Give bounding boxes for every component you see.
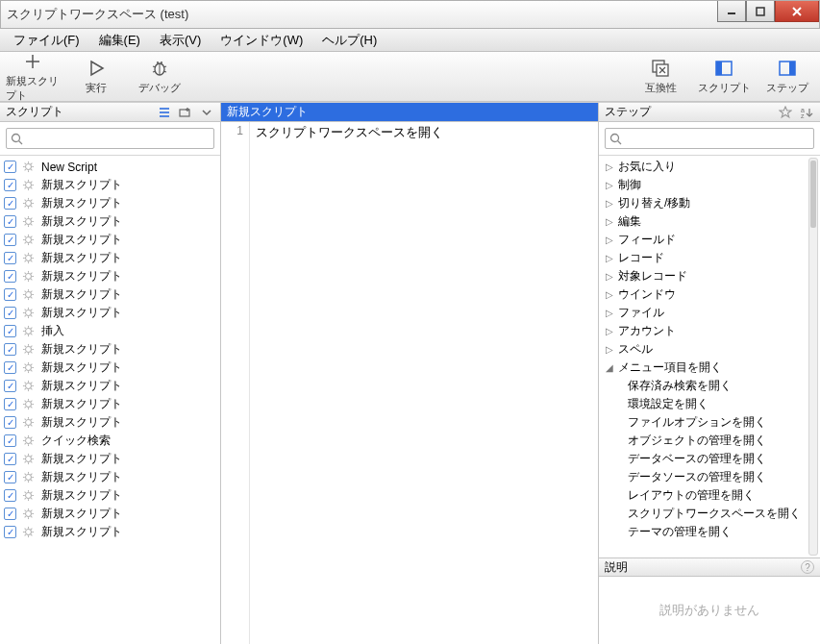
- step-category[interactable]: ▷制御: [599, 176, 820, 194]
- script-row[interactable]: ✓新規スクリプト: [0, 450, 220, 468]
- list-view-icon[interactable]: [157, 105, 172, 120]
- svg-line-45: [25, 181, 26, 182]
- maximize-button[interactable]: [746, 1, 775, 22]
- checkbox[interactable]: ✓: [4, 307, 16, 319]
- checkbox[interactable]: ✓: [4, 325, 16, 337]
- script-row[interactable]: ✓新規スクリプト: [0, 468, 220, 486]
- step-category[interactable]: ▷ウインドウ: [599, 285, 820, 304]
- step-item[interactable]: ファイルオプションを開く: [599, 413, 820, 432]
- script-row[interactable]: ✓新規スクリプト: [0, 340, 220, 359]
- new-script-button[interactable]: 新規スクリプト: [6, 51, 60, 103]
- checkbox[interactable]: ✓: [4, 179, 16, 191]
- menu-edit[interactable]: 編集(E): [89, 30, 150, 51]
- run-button[interactable]: 実行: [69, 51, 123, 103]
- checkbox[interactable]: ✓: [4, 489, 16, 502]
- script-row[interactable]: ✓新規スクリプト: [0, 176, 220, 194]
- chevron-down-icon[interactable]: [199, 105, 214, 120]
- step-category-label: 制御: [618, 177, 641, 193]
- checkbox[interactable]: ✓: [4, 434, 16, 447]
- gear-icon: [22, 508, 36, 521]
- script-search-input[interactable]: [27, 132, 210, 145]
- favorite-icon[interactable]: [778, 105, 793, 120]
- script-search[interactable]: [6, 128, 214, 149]
- svg-line-57: [25, 206, 26, 207]
- script-row[interactable]: ✓新規スクリプト: [0, 194, 220, 212]
- script-row[interactable]: ✓新規スクリプト: [0, 285, 220, 304]
- help-icon[interactable]: ?: [801, 560, 814, 574]
- new-folder-icon[interactable]: [178, 105, 193, 120]
- checkbox[interactable]: ✓: [4, 380, 16, 392]
- scrollbar-thumb[interactable]: [810, 161, 816, 228]
- step-item[interactable]: データソースの管理を開く: [599, 468, 820, 486]
- sort-icon[interactable]: az: [799, 105, 814, 120]
- close-button[interactable]: [775, 1, 819, 22]
- checkbox[interactable]: ✓: [4, 526, 16, 538]
- checkbox[interactable]: ✓: [4, 234, 16, 246]
- minimize-button[interactable]: [717, 1, 746, 22]
- checkbox[interactable]: ✓: [4, 161, 16, 173]
- script-row[interactable]: ✓新規スクリプト: [0, 395, 220, 413]
- compat-button[interactable]: 互換性: [634, 58, 687, 95]
- checkbox[interactable]: ✓: [4, 361, 16, 374]
- editor-body[interactable]: 1 スクリプトワークスペースを開く: [221, 122, 598, 644]
- svg-line-191: [31, 473, 32, 474]
- script-row[interactable]: ✓新規スクリプト: [0, 267, 220, 285]
- scrollbar[interactable]: [808, 158, 818, 556]
- script-row[interactable]: ✓新規スクリプト: [0, 523, 220, 541]
- step-category[interactable]: ▷ファイル: [599, 304, 820, 322]
- step-pane-button[interactable]: ステップ: [760, 58, 814, 95]
- editor-tab[interactable]: 新規スクリプト: [221, 103, 598, 122]
- step-category[interactable]: ◢メニュー項目を開く: [599, 359, 820, 377]
- script-row[interactable]: ✓新規スクリプト: [0, 212, 220, 231]
- checkbox[interactable]: ✓: [4, 215, 16, 228]
- svg-line-225: [618, 140, 622, 144]
- script-row[interactable]: ✓新規スクリプト: [0, 377, 220, 395]
- checkbox[interactable]: ✓: [4, 197, 16, 210]
- menu-view[interactable]: 表示(V): [150, 30, 211, 51]
- script-row[interactable]: ✓新規スクリプト: [0, 486, 220, 505]
- checkbox[interactable]: ✓: [4, 252, 16, 264]
- step-item[interactable]: 保存済み検索を開く: [599, 377, 820, 395]
- code-line[interactable]: スクリプトワークスペースを開く: [256, 124, 592, 141]
- checkbox[interactable]: ✓: [4, 416, 16, 429]
- script-row[interactable]: ✓新規スクリプト: [0, 231, 220, 249]
- step-category[interactable]: ▷スペル: [599, 340, 820, 359]
- menu-window[interactable]: ウインドウ(W): [211, 30, 312, 51]
- checkbox[interactable]: ✓: [4, 288, 16, 301]
- checkbox[interactable]: ✓: [4, 398, 16, 410]
- script-pane-button[interactable]: スクリプト: [697, 58, 751, 95]
- menu-file[interactable]: ファイル(F): [4, 30, 89, 51]
- debug-button[interactable]: デバッグ: [133, 51, 186, 103]
- script-row[interactable]: ✓新規スクリプト: [0, 304, 220, 322]
- step-category[interactable]: ▷レコード: [599, 249, 820, 267]
- svg-line-165: [25, 425, 26, 426]
- step-category[interactable]: ▷対象レコード: [599, 267, 820, 285]
- script-row[interactable]: ✓新規スクリプト: [0, 413, 220, 432]
- checkbox[interactable]: ✓: [4, 453, 16, 465]
- step-category[interactable]: ▷切り替え/移動: [599, 194, 820, 212]
- step-category[interactable]: ▷編集: [599, 212, 820, 231]
- step-item[interactable]: オブジェクトの管理を開く: [599, 432, 820, 450]
- step-item[interactable]: スクリプトワークスペースを開く: [599, 505, 820, 523]
- step-category[interactable]: ▷アカウント: [599, 322, 820, 340]
- steps-search[interactable]: [605, 128, 814, 149]
- script-row[interactable]: ✓New Script: [0, 158, 220, 176]
- steps-search-input[interactable]: [626, 132, 809, 145]
- script-row[interactable]: ✓新規スクリプト: [0, 359, 220, 377]
- script-row[interactable]: ✓新規スクリプト: [0, 249, 220, 267]
- checkbox[interactable]: ✓: [4, 270, 16, 283]
- script-row[interactable]: ✓挿入: [0, 322, 220, 340]
- checkbox[interactable]: ✓: [4, 508, 16, 520]
- script-row[interactable]: ✓クイック検索: [0, 432, 220, 450]
- step-item[interactable]: テーマの管理を開く: [599, 523, 820, 541]
- step-category[interactable]: ▷フィールド: [599, 231, 820, 249]
- step-category[interactable]: ▷お気に入り: [599, 158, 820, 176]
- script-row[interactable]: ✓新規スクリプト: [0, 505, 220, 523]
- checkbox[interactable]: ✓: [4, 343, 16, 356]
- step-item[interactable]: 環境設定を開く: [599, 395, 820, 413]
- step-item[interactable]: レイアウトの管理を開く: [599, 486, 820, 505]
- checkbox[interactable]: ✓: [4, 471, 16, 483]
- step-item[interactable]: データベースの管理を開く: [599, 450, 820, 468]
- disclosure-icon: ◢: [605, 362, 614, 373]
- menu-help[interactable]: ヘルプ(H): [312, 30, 386, 51]
